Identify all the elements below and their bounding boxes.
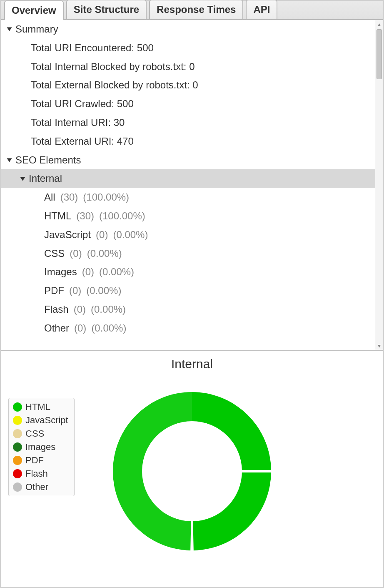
legend-label: JavaScript [25, 415, 68, 426]
internal-title: Internal [29, 173, 62, 185]
summary-item[interactable]: Total External Blocked by robots.txt: 0 [1, 76, 375, 95]
seo-title: SEO Elements [15, 154, 81, 166]
internal-row[interactable]: Other (0) (0.00%) [1, 319, 375, 338]
internal-row[interactable]: All (30) (100.00%) [1, 188, 375, 207]
legend-swatch-icon [13, 482, 22, 492]
scroll-down-icon[interactable]: ▾ [375, 342, 383, 350]
legend-label: Other [25, 482, 48, 493]
tab-bar: Overview Site Structure Response Times A… [1, 1, 383, 20]
tab-api[interactable]: API [246, 0, 277, 19]
internal-row[interactable]: PDF (0) (0.00%) [1, 281, 375, 300]
summary-item[interactable]: Total Internal Blocked by robots.txt: 0 [1, 58, 375, 76]
legend-item[interactable]: Other [13, 482, 68, 493]
tree-group-seo[interactable]: SEO Elements [1, 151, 375, 170]
scroll-thumb[interactable] [377, 29, 382, 79]
chart-area: HTMLJavaScriptCSSImagesPDFFlashOther [8, 375, 376, 567]
chevron-down-icon [7, 158, 12, 162]
tab-site-structure[interactable]: Site Structure [66, 0, 147, 19]
legend-swatch-icon [13, 469, 22, 478]
tab-response-times[interactable]: Response Times [149, 0, 243, 19]
legend-swatch-icon [13, 402, 22, 412]
summary-item[interactable]: Total External URI: 470 [1, 132, 375, 151]
internal-row[interactable]: Flash (0) (0.00%) [1, 300, 375, 319]
legend-swatch-icon [13, 456, 22, 465]
internal-row[interactable]: JavaScript (0) (0.00%) [1, 226, 375, 244]
internal-row[interactable]: HTML (30) (100.00%) [1, 207, 375, 226]
legend-item[interactable]: Flash [13, 468, 68, 479]
chart-pane: Internal HTMLJavaScriptCSSImagesPDFFlash… [1, 351, 383, 587]
legend-item[interactable]: HTML [13, 402, 68, 412]
tree-pane: Summary Total URI Encountered: 500 Total… [1, 20, 383, 351]
chevron-down-icon [20, 177, 25, 181]
legend-label: PDF [25, 455, 44, 466]
tree-scroll[interactable]: Summary Total URI Encountered: 500 Total… [1, 20, 375, 350]
vertical-scrollbar[interactable]: ▴ ▾ [375, 20, 383, 350]
legend-item[interactable]: Images [13, 442, 68, 452]
legend-label: Images [25, 442, 55, 452]
summary-item[interactable]: Total URI Encountered: 500 [1, 39, 375, 58]
app-window: Overview Site Structure Response Times A… [0, 0, 384, 588]
svg-rect-0 [241, 470, 273, 472]
summary-item[interactable]: Total Internal URI: 30 [1, 113, 375, 132]
tree-group-summary[interactable]: Summary [1, 20, 375, 39]
legend-item[interactable]: PDF [13, 455, 68, 466]
chart-legend: HTMLJavaScriptCSSImagesPDFFlashOther [8, 398, 75, 496]
legend-item[interactable]: JavaScript [13, 415, 68, 426]
internal-row[interactable]: CSS (0) (0.00%) [1, 244, 375, 263]
summary-item[interactable]: Total URI Crawled: 500 [1, 95, 375, 113]
tree-group-internal[interactable]: Internal [1, 169, 375, 188]
legend-swatch-icon [13, 429, 22, 438]
legend-label: HTML [25, 402, 50, 412]
donut-chart [105, 384, 279, 559]
chart-title: Internal [8, 357, 376, 371]
internal-row[interactable]: Images (0) (0.00%) [1, 263, 375, 281]
tab-overview[interactable]: Overview [4, 0, 64, 20]
legend-label: Flash [25, 468, 48, 479]
scroll-up-icon[interactable]: ▴ [375, 20, 383, 28]
legend-swatch-icon [13, 416, 22, 425]
legend-swatch-icon [13, 442, 22, 452]
legend-item[interactable]: CSS [13, 428, 68, 439]
chevron-down-icon [7, 28, 12, 31]
legend-label: CSS [25, 428, 44, 439]
summary-title: Summary [15, 23, 58, 35]
